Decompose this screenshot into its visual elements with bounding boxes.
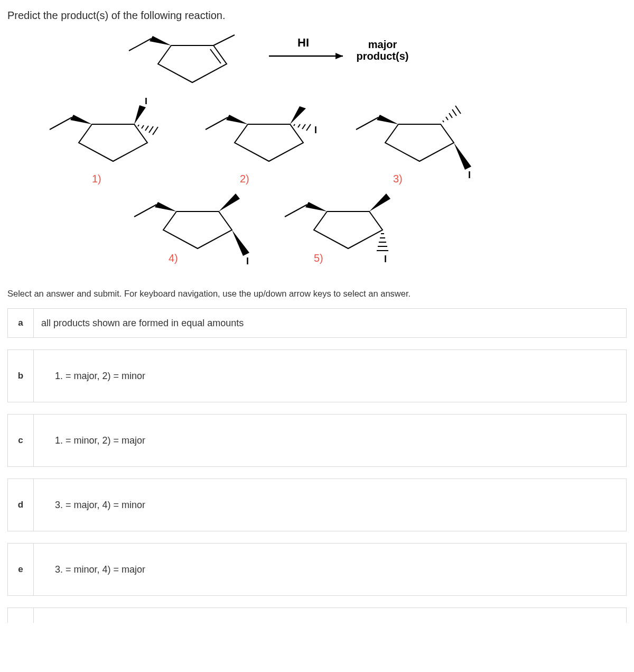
svg-marker-5: [335, 53, 343, 59]
svg-line-26: [452, 109, 456, 116]
svg-line-17: [294, 124, 295, 126]
svg-line-9: [142, 125, 144, 128]
svg-marker-14: [226, 115, 248, 124]
product-options: I 1) I 2): [7, 98, 627, 280]
structure-3: I: [356, 106, 471, 180]
structure-4-label: 4): [169, 252, 178, 264]
svg-line-24: [446, 117, 448, 120]
svg-line-10: [145, 126, 148, 131]
svg-line-12: [153, 127, 158, 135]
svg-marker-29: [155, 202, 176, 211]
reagent-label: HI: [297, 36, 309, 49]
answer-option-b[interactable]: b 1. = major, 2) = minor: [7, 349, 627, 402]
iodine-atom: I: [145, 98, 147, 106]
svg-marker-2: [150, 36, 171, 45]
svg-line-20: [306, 124, 311, 131]
structure-5: I: [285, 194, 390, 264]
structure-3-label: 3): [393, 173, 403, 185]
svg-line-15: [206, 117, 228, 130]
answer-option-e[interactable]: e 3. = minor, 4) = major: [7, 543, 627, 596]
answer-letter: a: [8, 309, 34, 337]
iodine-atom: I: [468, 170, 471, 180]
svg-marker-28: [454, 143, 471, 170]
answer-letter: b: [8, 350, 34, 402]
structure-2-label: 2): [240, 173, 249, 185]
svg-marker-13: [134, 105, 146, 124]
question-prompt: Predict the product(s) of the following …: [7, 10, 627, 22]
answer-text: 3. = major, 4) = minor: [34, 479, 626, 531]
answer-option-a[interactable]: a all products shown are formed in equal…: [7, 308, 627, 338]
iodine-atom: I: [384, 254, 387, 264]
answer-list: a all products shown are formed in equal…: [7, 308, 627, 623]
svg-line-11: [149, 126, 153, 133]
svg-line-1: [213, 35, 235, 45]
svg-line-0: [210, 49, 221, 63]
answer-text: all products shown are formed in equal a…: [34, 309, 626, 337]
structure-1-label: 1): [92, 173, 101, 185]
answer-letter: e: [8, 544, 34, 595]
svg-line-34: [285, 205, 307, 217]
svg-line-22: [356, 117, 378, 130]
svg-line-23: [443, 121, 444, 122]
svg-line-30: [134, 205, 156, 217]
svg-line-27: [455, 106, 461, 114]
answer-letter: d: [8, 479, 34, 531]
svg-marker-16: [290, 106, 306, 124]
answer-option-partial[interactable]: [7, 607, 627, 623]
answer-instruction: Select an answer and submit. For keyboar…: [7, 289, 627, 299]
structure-2: I: [206, 106, 317, 161]
iodine-atom: I: [314, 125, 317, 135]
answer-letter: c: [8, 415, 34, 466]
structure-1: I: [50, 98, 158, 161]
svg-marker-21: [377, 115, 398, 124]
svg-marker-6: [70, 115, 92, 124]
structure-4: I: [134, 194, 249, 266]
major-label-line1: major: [368, 39, 397, 50]
structure-5-label: 5): [314, 252, 323, 264]
svg-marker-35: [369, 194, 390, 211]
major-label-line2: product(s): [357, 50, 409, 62]
answer-option-d[interactable]: d 3. = major, 4) = minor: [7, 478, 627, 531]
svg-line-25: [449, 113, 452, 118]
svg-line-18: [298, 124, 300, 127]
svg-line-19: [302, 124, 305, 129]
svg-marker-31: [219, 194, 240, 211]
answer-option-c[interactable]: c 1. = minor, 2) = major: [7, 414, 627, 467]
svg-line-3: [129, 39, 151, 51]
svg-marker-33: [305, 202, 327, 211]
answer-letter: [8, 608, 34, 623]
svg-marker-32: [232, 230, 249, 256]
iodine-atom: I: [246, 256, 249, 266]
answer-text: 3. = minor, 4) = major: [34, 544, 626, 595]
answer-text: 1. = major, 2) = minor: [34, 350, 626, 402]
svg-line-8: [138, 125, 139, 126]
reaction-scheme: HI major product(s): [7, 27, 627, 96]
answer-text: 1. = minor, 2) = major: [34, 415, 626, 466]
svg-line-7: [50, 117, 72, 130]
